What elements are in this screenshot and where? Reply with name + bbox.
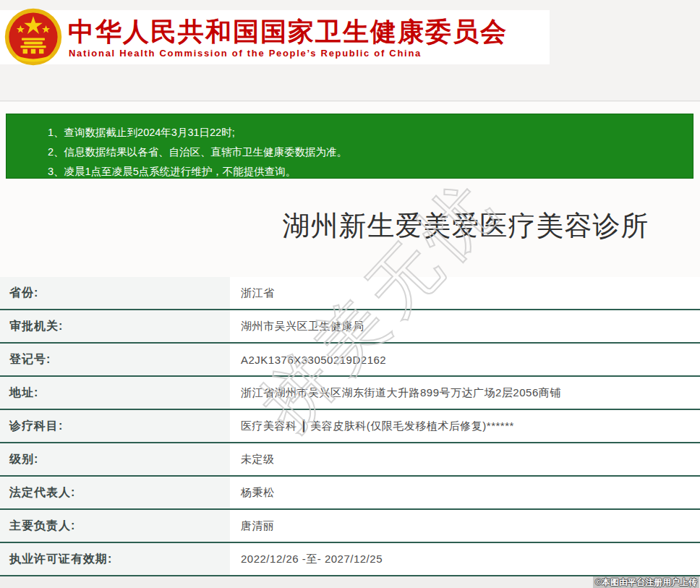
table-row: 省份: 浙江省 [0,277,700,310]
notice-line-2: 2、信息数据结果以各省、自治区、直辖市卫生健康委数据为准。 [48,142,693,162]
clinic-name-title: 湖州新生爱美爱医疗美容诊所 [231,209,700,242]
row-label: 审批机关: [0,310,230,342]
table-row: 级别: 未定级 [0,443,700,477]
notice-box: 1、查询数据截止到2024年3月31日22时; 2、信息数据结果以各省、自治区、… [6,114,693,179]
header-title-cn: 中华人民共和国国家卫生健康委员会 [68,14,508,50]
table-row: 地址: 浙江省湖州市吴兴区湖东街道大升路899号万达广场2层2056商铺 [0,377,700,410]
table-row: 登记号: A2JK1376X33050219D2162 [0,344,700,377]
row-value: 杨秉松 [230,477,700,508]
row-value: 浙江省湖州市吴兴区湖东街道大升路899号万达广场2层2056商铺 [230,377,700,409]
row-label: 登记号: [0,344,230,375]
bottom-strip: ©本图由平台注册用户上传 [0,576,700,588]
row-value: 医疗美容科 ┃ 美容皮肤科(仅限毛发移植术后修复)****** [230,410,700,442]
row-label: 执业许可证有效期: [0,543,230,575]
row-label: 省份: [0,277,230,309]
nhc-query-result-page: 中华人民共和国国家卫生健康委员会 National Health Commiss… [0,0,700,588]
row-value: 未定级 [230,443,700,475]
header-bar: 中华人民共和国国家卫生健康委员会 National Health Commiss… [0,10,550,64]
table-row: 主要负责人: 唐清丽 [0,510,700,543]
header-title-en: National Health Commission of the People… [69,48,422,59]
row-value: 唐清丽 [230,510,700,542]
row-label: 诊疗科目: [0,410,230,442]
row-value: A2JK1376X33050219D2162 [230,344,700,375]
table-row: 执业许可证有效期: 2022/12/26 -至- 2027/12/25 [0,543,700,576]
table-row: 诊疗科目: 医疗美容科 ┃ 美容皮肤科(仅限毛发移植术后修复)****** [0,410,700,443]
row-label: 级别: [0,443,230,475]
row-label: 地址: [0,377,230,409]
content-area: 1、查询数据截止到2024年3月31日22时; 2、信息数据结果以各省、自治区、… [0,102,700,576]
row-value: 浙江省 [230,277,700,309]
notice-line-1: 1、查询数据截止到2024年3月31日22时; [48,123,693,142]
table-row: 法定代表人: 杨秉松 [0,477,700,510]
copyright-badge: ©本图由平台注册用户上传 [593,576,699,588]
row-label: 主要负责人: [0,510,230,542]
china-national-emblem-icon [4,8,62,66]
notice-line-3: 3、凌晨1点至凌晨5点系统进行维护，不能提供查询。 [48,162,693,182]
row-value: 2022/12/26 -至- 2027/12/25 [230,543,700,575]
info-table: 省份: 浙江省 审批机关: 湖州市吴兴区卫生健康局 登记号: A2JK1376X… [0,277,700,576]
row-value: 湖州市吴兴区卫生健康局 [230,310,700,342]
table-row: 审批机关: 湖州市吴兴区卫生健康局 [0,310,700,344]
header-area: 中华人民共和国国家卫生健康委员会 National Health Commiss… [0,0,700,101]
row-label: 法定代表人: [0,477,230,508]
